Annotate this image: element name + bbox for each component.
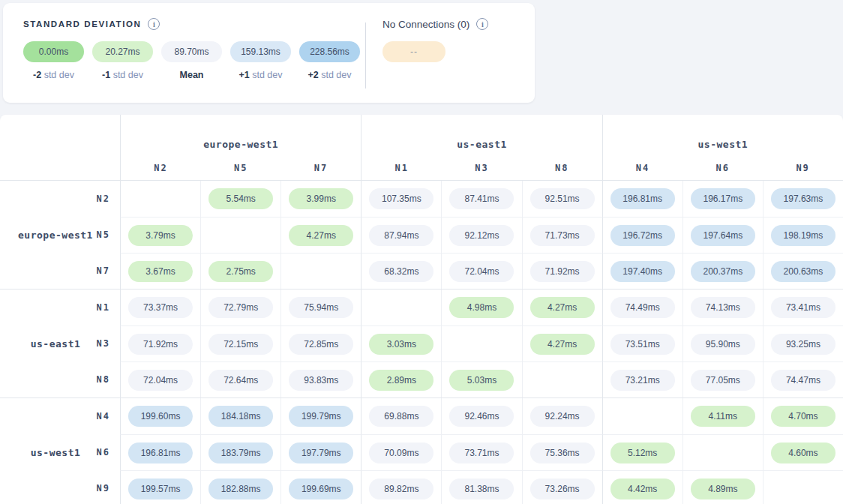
latency-cell: 73.21ms bbox=[602, 362, 682, 398]
latency-cell: 69.88ms bbox=[361, 398, 441, 434]
latency-pill: 182.88ms bbox=[208, 478, 273, 500]
latency-cell: 71.73ms bbox=[522, 217, 602, 253]
latency-cell: 73.71ms bbox=[441, 434, 521, 470]
latency-pill: 89.82ms bbox=[369, 478, 434, 500]
latency-cell: 71.92ms bbox=[522, 253, 602, 289]
latency-cell: 182.88ms bbox=[200, 470, 280, 504]
latency-cell bbox=[120, 181, 200, 217]
latency-cell: 75.94ms bbox=[280, 290, 361, 326]
latency-pill: 197.64ms bbox=[691, 225, 755, 246]
legend-card: STANDARD DEVIATION i 0.00ms20.27ms89.70m… bbox=[3, 3, 535, 103]
row-header-N6: N6 bbox=[0, 434, 120, 470]
column-region-label: europe-west1 bbox=[121, 139, 361, 150]
latency-pill: 74.47ms bbox=[771, 370, 836, 391]
latency-cell: 92.24ms bbox=[522, 398, 602, 434]
latency-cell: 70.09ms bbox=[361, 434, 441, 470]
column-header-N5: N5 bbox=[201, 163, 281, 173]
latency-cell: 68.32ms bbox=[361, 253, 441, 289]
latency-cell: 200.37ms bbox=[682, 253, 763, 289]
info-icon[interactable]: i bbox=[476, 18, 488, 30]
latency-pill: 77.05ms bbox=[691, 370, 755, 391]
row-group-europe-west1: europe-west1N25.54ms3.99ms107.35ms87.41m… bbox=[0, 181, 843, 289]
latency-cell: 4.11ms bbox=[682, 398, 763, 434]
latency-cell: 184.18ms bbox=[200, 398, 280, 434]
latency-pill: 87.41ms bbox=[449, 188, 514, 209]
std-scale-label-bold: +1 bbox=[238, 70, 249, 80]
matrix-row-N4: N4199.60ms184.18ms199.79ms69.88ms92.46ms… bbox=[0, 398, 843, 434]
row-header-N5: N5 bbox=[0, 217, 120, 253]
latency-pill: 87.94ms bbox=[369, 225, 434, 246]
latency-cell: 74.13ms bbox=[682, 290, 763, 326]
latency-cell: 183.79ms bbox=[200, 434, 280, 470]
latency-pill: 4.11ms bbox=[691, 406, 755, 427]
latency-cell: 72.04ms bbox=[120, 362, 200, 398]
latency-cell: 92.12ms bbox=[441, 217, 521, 253]
latency-pill: 95.90ms bbox=[691, 334, 755, 355]
column-header-N2: N2 bbox=[121, 163, 201, 173]
latency-pill: 184.18ms bbox=[208, 406, 273, 427]
column-node-labels: N1N3N8 bbox=[362, 163, 602, 173]
latency-pill: 72.79ms bbox=[208, 297, 273, 318]
latency-cell: 197.40ms bbox=[602, 253, 682, 289]
latency-pill: 71.92ms bbox=[530, 261, 595, 282]
column-group-us-east1: us-east1N1N3N8 bbox=[361, 115, 602, 180]
no-connections-title: No Connections (0) bbox=[382, 19, 470, 30]
latency-cell: 73.51ms bbox=[602, 326, 682, 362]
info-icon[interactable]: i bbox=[148, 18, 160, 30]
latency-cell: 87.94ms bbox=[361, 217, 441, 253]
latency-cell: 92.51ms bbox=[522, 181, 602, 217]
latency-pill: 197.79ms bbox=[289, 442, 353, 464]
latency-cell: 4.42ms bbox=[602, 470, 682, 504]
std-deviation-legend: STANDARD DEVIATION i 0.00ms20.27ms89.70m… bbox=[23, 18, 360, 80]
std-scale-label-bold: -1 bbox=[102, 70, 110, 80]
column-header-N8: N8 bbox=[522, 163, 602, 173]
latency-cell: 196.72ms bbox=[602, 217, 682, 253]
latency-pill: 199.57ms bbox=[128, 478, 193, 500]
latency-pill: 199.79ms bbox=[289, 406, 353, 427]
latency-cell: 199.79ms bbox=[280, 398, 361, 434]
row-header-N8: N8 bbox=[0, 362, 120, 398]
latency-cell: 2.75ms bbox=[200, 253, 280, 289]
latency-cell: 196.81ms bbox=[602, 181, 682, 217]
latency-cell bbox=[361, 290, 441, 326]
latency-pill: 92.51ms bbox=[530, 188, 595, 209]
latency-cell: 87.41ms bbox=[441, 181, 521, 217]
latency-cell: 72.79ms bbox=[200, 290, 280, 326]
latency-cell: 198.19ms bbox=[763, 217, 843, 253]
std-scale-pill: 89.70ms bbox=[161, 41, 222, 62]
latency-cell: 72.64ms bbox=[200, 362, 280, 398]
latency-pill: 3.67ms bbox=[128, 261, 193, 282]
latency-pill: 200.37ms bbox=[691, 261, 755, 282]
latency-cell: 74.47ms bbox=[763, 362, 843, 398]
column-header-N1: N1 bbox=[362, 163, 442, 173]
latency-cell: 4.27ms bbox=[522, 290, 602, 326]
std-scale-label: +1 std dev bbox=[230, 70, 291, 80]
latency-pill: 92.24ms bbox=[530, 406, 595, 427]
latency-matrix: europe-west1N2N5N7us-east1N1N3N8us-west1… bbox=[0, 115, 843, 504]
column-header-N9: N9 bbox=[763, 163, 843, 173]
latency-pill: 68.32ms bbox=[369, 261, 434, 282]
latency-pill: 5.54ms bbox=[208, 188, 273, 209]
column-region-label: us-west1 bbox=[603, 139, 843, 150]
latency-cell: 3.03ms bbox=[361, 326, 441, 362]
latency-pill: 73.41ms bbox=[771, 297, 836, 318]
latency-pill: 198.19ms bbox=[771, 225, 836, 246]
latency-cell bbox=[522, 362, 602, 398]
latency-cell: 92.46ms bbox=[441, 398, 521, 434]
legend-divider bbox=[365, 22, 366, 88]
latency-pill: 92.12ms bbox=[449, 225, 514, 246]
latency-pill: 199.60ms bbox=[128, 406, 193, 427]
latency-pill: 70.09ms bbox=[369, 442, 434, 464]
latency-cell: 73.37ms bbox=[120, 290, 200, 326]
matrix-body: europe-west1N25.54ms3.99ms107.35ms87.41m… bbox=[0, 181, 843, 504]
latency-cell: 5.54ms bbox=[200, 181, 280, 217]
latency-pill: 197.63ms bbox=[771, 188, 836, 209]
latency-pill: 3.79ms bbox=[128, 225, 193, 246]
latency-pill: 183.79ms bbox=[208, 442, 273, 464]
latency-pill: 72.85ms bbox=[289, 334, 353, 355]
latency-cell: 93.25ms bbox=[763, 326, 843, 362]
matrix-row-N6: N6196.81ms183.79ms197.79ms70.09ms73.71ms… bbox=[0, 434, 843, 470]
latency-cell: 4.60ms bbox=[763, 434, 843, 470]
matrix-row-N2: N25.54ms3.99ms107.35ms87.41ms92.51ms196.… bbox=[0, 181, 843, 217]
latency-pill: 72.04ms bbox=[128, 370, 193, 391]
